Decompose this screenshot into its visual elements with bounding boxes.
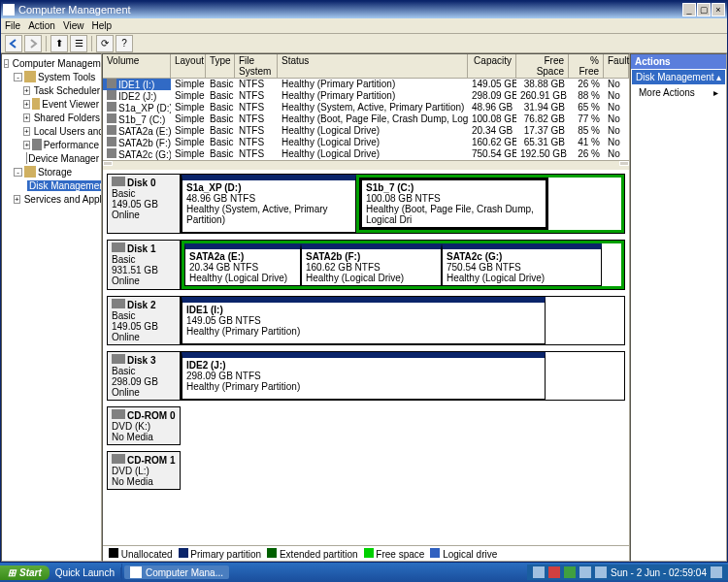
actions-pane: Actions Disk Management ▴ More Actions ▸	[630, 53, 727, 562]
expand-toggle[interactable]: +	[14, 195, 20, 204]
tree-node-label: Local Users and Gr	[34, 126, 102, 137]
disk-header[interactable]: Disk 2Basic149.05 GBOnline	[107, 296, 181, 345]
tray-icon[interactable]	[548, 566, 560, 578]
quick-launch[interactable]: Quick Launch	[50, 567, 121, 578]
tree-node-icon	[24, 71, 36, 82]
tray-icon[interactable]	[595, 566, 607, 578]
expand-toggle[interactable]: +	[23, 127, 30, 136]
tree-node-label: Disk Management	[27, 180, 102, 191]
menu-view[interactable]: View	[63, 20, 84, 31]
disk-partitions: IDE1 (I:)149.05 GB NTFSHealthy (Primary …	[181, 296, 625, 345]
col-layout[interactable]: Layout	[171, 54, 206, 78]
tree-item[interactable]: -System Tools	[4, 70, 99, 83]
properties-button[interactable]: ☰	[70, 35, 87, 52]
tree-item[interactable]: Disk Management	[4, 178, 99, 192]
partition[interactable]: S1a_XP (D:)48.96 GB NTFSHealthy (System,…	[182, 175, 356, 233]
legend-swatch-icon	[179, 548, 188, 558]
col-pctfree[interactable]: % Free	[569, 54, 604, 78]
volume-row[interactable]: SATA2c (G:)SimpleBasicNTFSHealthy (Logic…	[103, 148, 629, 160]
disk-header[interactable]: Disk 3Basic298.09 GBOnline	[107, 351, 181, 401]
tree-item[interactable]: -Computer Management (	[4, 56, 99, 70]
volume-icon	[107, 79, 116, 88]
expand-toggle[interactable]: -	[4, 59, 9, 68]
tree-item[interactable]: +Shared Folders	[4, 111, 99, 124]
close-button[interactable]: ×	[711, 3, 725, 16]
disk-partitions: IDE2 (J:)298.09 GB NTFSHealthy (Primary …	[181, 351, 625, 401]
tree-item[interactable]: +Event Viewer	[4, 97, 99, 111]
tray-icon[interactable]	[533, 566, 545, 578]
disk-row: Disk 3Basic298.09 GBOnlineIDE2 (J:)298.0…	[107, 351, 625, 401]
menu-file[interactable]: File	[5, 20, 20, 31]
expand-toggle[interactable]: +	[23, 86, 30, 95]
volume-icon	[107, 148, 116, 158]
volume-row[interactable]: IDE2 (J:)SimpleBasicNTFSHealthy (Primary…	[103, 90, 629, 102]
volume-icon	[107, 90, 116, 100]
forward-button[interactable]	[24, 35, 42, 52]
tree-item[interactable]: +Local Users and Gr	[4, 124, 99, 138]
tree-node-icon	[32, 139, 41, 150]
partition[interactable]: S1b_7 (C:)100.08 GB NTFSHealthy (Boot, P…	[359, 178, 548, 230]
legend-item: Primary partition	[179, 548, 262, 560]
volume-icon	[107, 125, 116, 135]
actions-more[interactable]: More Actions ▸	[631, 85, 726, 100]
col-freespace[interactable]: Free Space	[516, 54, 569, 78]
expand-toggle[interactable]: +	[23, 141, 30, 149]
legend: Unallocated Primary partition Extended p…	[103, 545, 629, 561]
system-tray[interactable]: Sun - 2 Jun - 02:59:04	[527, 565, 728, 580]
navigation-tree[interactable]: -Computer Management (-System Tools+Task…	[1, 53, 102, 562]
col-capacity[interactable]: Capacity	[468, 54, 516, 78]
partition[interactable]: SATA2c (G:)750.54 GB NTFSHealthy (Logica…	[442, 243, 602, 286]
col-volume[interactable]: Volume	[103, 54, 171, 78]
disk-header[interactable]: Disk 0Basic149.05 GBOnline	[107, 174, 181, 234]
tray-icon[interactable]	[564, 566, 576, 578]
col-fault[interactable]: Fault	[604, 54, 629, 78]
disk-graphical-view[interactable]: Disk 0Basic149.05 GBOnlineS1a_XP (D:)48.…	[103, 170, 629, 545]
disk-header[interactable]: CD-ROM 1DVD (L:)No Media	[107, 451, 181, 490]
legend-swatch-icon	[430, 548, 440, 558]
help-button[interactable]: ?	[116, 35, 133, 52]
col-status[interactable]: Status	[278, 54, 468, 78]
taskbar-item[interactable]: Computer Mana...	[124, 566, 229, 579]
menu-help[interactable]: Help	[91, 20, 112, 31]
tree-item[interactable]: +Services and Applica	[4, 192, 99, 206]
actions-context[interactable]: Disk Management ▴	[632, 70, 725, 84]
back-button[interactable]	[5, 35, 22, 52]
maximize-button[interactable]: ▢	[697, 3, 711, 16]
expand-toggle[interactable]: -	[14, 168, 22, 177]
legend-swatch-icon	[267, 548, 277, 558]
volume-row[interactable]: S1a_XP (D:)SimpleBasicNTFSHealthy (Syste…	[103, 102, 629, 113]
col-type[interactable]: Type	[206, 54, 235, 78]
partition[interactable]: SATA2b (F:)160.62 GB NTFSHealthy (Logica…	[301, 243, 442, 286]
menu-action[interactable]: Action	[28, 20, 55, 31]
tray-icon[interactable]	[579, 566, 591, 578]
volume-list[interactable]: IDE1 (I:)SimpleBasicNTFSHealthy (Primary…	[103, 79, 629, 160]
tree-item[interactable]: -Storage	[4, 165, 99, 178]
partition[interactable]: IDE1 (I:)149.05 GB NTFSHealthy (Primary …	[182, 297, 546, 344]
tree-item[interactable]: +Performance	[4, 138, 99, 151]
tree-item[interactable]: Device Manager	[4, 151, 99, 165]
taskbar[interactable]: ⊞ Start Quick Launch Computer Mana... Su…	[0, 563, 728, 582]
minimize-button[interactable]: _	[682, 3, 696, 16]
disk-row: CD-ROM 0DVD (K:)No Media	[107, 406, 625, 445]
show-desktop-icon[interactable]	[711, 566, 722, 578]
partition[interactable]: SATA2a (E:)20.34 GB NTFSHealthy (Logical…	[184, 243, 301, 286]
titlebar[interactable]: Computer Management _ ▢ ×	[1, 1, 727, 18]
volume-row[interactable]: S1b_7 (C:)SimpleBasicNTFSHealthy (Boot, …	[103, 113, 629, 125]
chevron-up-icon: ▴	[716, 72, 721, 82]
disk-header[interactable]: CD-ROM 0DVD (K:)No Media	[107, 406, 181, 445]
partition[interactable]: IDE2 (J:)298.09 GB NTFSHealthy (Primary …	[182, 352, 546, 400]
start-button[interactable]: ⊞ Start	[0, 566, 50, 580]
clock[interactable]: Sun - 2 Jun - 02:59:04	[611, 567, 707, 578]
up-button[interactable]: ⬆	[50, 35, 68, 52]
volume-row[interactable]: SATA2a (E:)SimpleBasicNTFSHealthy (Logic…	[103, 125, 629, 137]
volume-row[interactable]: IDE1 (I:)SimpleBasicNTFSHealthy (Primary…	[103, 79, 629, 90]
expand-toggle[interactable]: +	[23, 100, 30, 109]
tree-node-label: Event Viewer	[42, 99, 99, 110]
expand-toggle[interactable]: -	[14, 73, 22, 81]
volume-row[interactable]: SATA2b (F:)SimpleBasicNTFSHealthy (Logic…	[103, 137, 629, 148]
refresh-button[interactable]: ⟳	[96, 35, 114, 52]
tree-item[interactable]: +Task Scheduler	[4, 83, 99, 97]
expand-toggle[interactable]: +	[23, 113, 30, 122]
disk-header[interactable]: Disk 1Basic931.51 GBOnline	[107, 240, 181, 290]
col-filesystem[interactable]: File System	[235, 54, 278, 78]
